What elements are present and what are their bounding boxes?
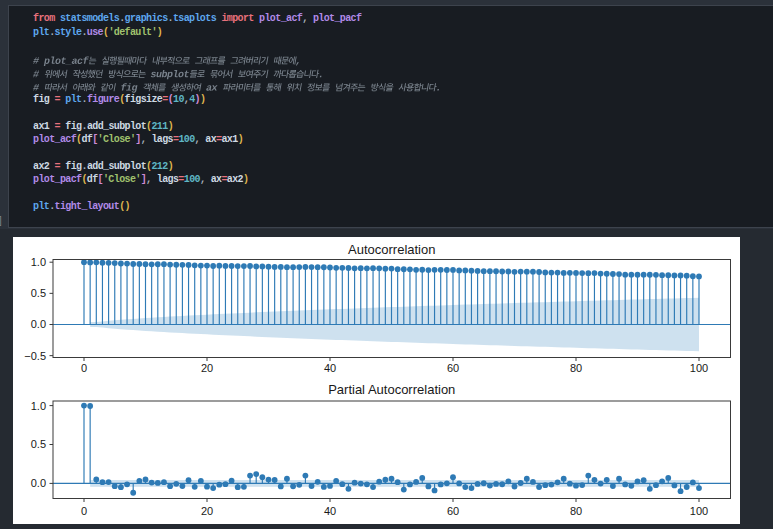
svg-text:−0.5: −0.5	[24, 350, 46, 362]
svg-text:80: 80	[570, 505, 582, 517]
svg-text:0.5: 0.5	[31, 438, 46, 450]
svg-text:60: 60	[447, 362, 459, 374]
svg-text:0.0: 0.0	[31, 477, 46, 489]
svg-text:0: 0	[81, 362, 87, 374]
svg-text:Partial Autocorrelation: Partial Autocorrelation	[328, 382, 455, 397]
svg-text:0: 0	[81, 505, 87, 517]
svg-text:40: 40	[324, 505, 336, 517]
svg-text:20: 20	[201, 505, 213, 517]
svg-text:0.5: 0.5	[31, 287, 46, 299]
svg-text:100: 100	[690, 362, 708, 374]
svg-text:20: 20	[201, 362, 213, 374]
svg-text:60: 60	[447, 505, 459, 517]
svg-text:0.0: 0.0	[31, 318, 46, 330]
svg-text:1.0: 1.0	[31, 256, 46, 268]
svg-text:100: 100	[690, 505, 708, 517]
svg-text:1.0: 1.0	[31, 400, 46, 412]
svg-text:40: 40	[324, 362, 336, 374]
svg-text:Autocorrelation: Autocorrelation	[348, 242, 435, 257]
svg-text:80: 80	[570, 362, 582, 374]
